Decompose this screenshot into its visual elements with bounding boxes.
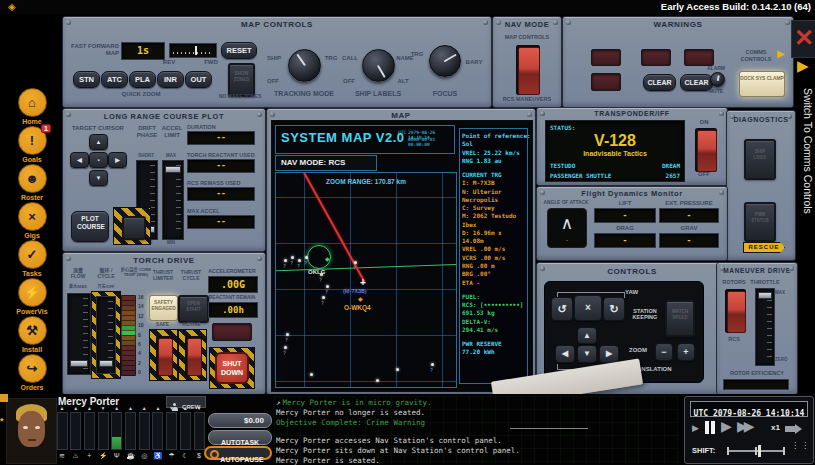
translate-right-button[interactable]: ▶ xyxy=(599,345,619,363)
safe-switch[interactable] xyxy=(156,336,173,376)
rotors-switch[interactable] xyxy=(725,289,746,333)
dock-sys-clamp-button[interactable]: DOCK SYS CLAMP xyxy=(739,71,785,97)
flow-label: 流量 FLOW xyxy=(65,267,91,279)
cycle-slider-guard xyxy=(91,291,121,379)
safety-engaged-button[interactable]: SAFETY ENGAGED xyxy=(149,295,178,321)
event-log: ↗Mercy Porter is in micro gravity.Mercy … xyxy=(274,396,678,464)
cursor-up-button[interactable]: ▲ xyxy=(89,134,108,150)
sidebar-item-powervis[interactable]: ⚡PowerVis xyxy=(10,278,54,315)
step-button[interactable]: ▶ xyxy=(692,423,699,433)
zoom-in-button[interactable]: + xyxy=(677,343,695,361)
utc-clock: UTC 2079-08-26 14:10:14 xyxy=(690,401,808,417)
sidebar-item-roster[interactable]: ☻Roster xyxy=(10,164,54,201)
model-readout: DREAM xyxy=(662,162,680,169)
plot-course-button[interactable]: PLOT COURSE xyxy=(71,211,109,242)
fast-forward-button[interactable]: ▶▶ xyxy=(737,418,751,434)
slider-handle[interactable] xyxy=(195,46,197,55)
map-view[interactable]: ZOOM RANGE: 170.87 km ◆ OKLG + (M-7X3B) … xyxy=(275,172,457,388)
quick-zoom-out-button[interactable]: OUT xyxy=(185,71,212,88)
focus-label: FOCUS xyxy=(415,90,475,98)
cursor-right-button[interactable]: ▶ xyxy=(108,152,127,168)
map-title-box: SYSTEM MAP V2.0 UTC 2079-08-26 14:10:14 … xyxy=(275,125,455,154)
station-keeping-button[interactable]: MATCHSPEED xyxy=(665,300,695,337)
log-text: Objective Complete: Crime Warning xyxy=(276,418,425,427)
ship-logs-button[interactable]: SHIP LOGS xyxy=(744,139,776,180)
ship-labels-label: SHIP LABELS xyxy=(335,90,421,98)
sidebar-item-tasks[interactable]: ✓Tasks xyxy=(10,240,54,277)
tracking-mode-knob[interactable] xyxy=(288,49,321,82)
cursor-center-button[interactable]: ▪ xyxy=(89,152,108,168)
autopause-button[interactable]: AUTOPAUSE xyxy=(204,446,272,460)
stat-sleep: ▲☾ xyxy=(179,405,191,463)
flow-slider[interactable] xyxy=(67,293,91,375)
thrust-cycle-button[interactable]: OPENSTART xyxy=(178,295,209,323)
sidebar-item-install[interactable]: ⚒Install xyxy=(10,316,54,353)
log-icon: ↗ xyxy=(276,398,281,407)
info-line: Necropolis xyxy=(462,196,525,204)
translate-left-button[interactable]: ◀ xyxy=(555,345,575,363)
yaw-cw-button[interactable]: ↻ xyxy=(603,297,625,321)
pwr-status-button[interactable]: PWR STATUS xyxy=(744,202,776,242)
menu-icon[interactable] xyxy=(0,394,8,402)
play-button[interactable]: ▶ xyxy=(721,418,732,434)
stat-bar xyxy=(57,412,68,450)
quick-zoom-inr-button[interactable]: INR xyxy=(157,71,184,88)
alarm-mute-knob[interactable] xyxy=(710,72,725,87)
info-line: VCRS .00 m/s xyxy=(462,254,525,262)
safe-switch-guard xyxy=(149,329,178,381)
sidebar-item-gigs[interactable]: ×Gigs xyxy=(10,202,54,239)
shutdown-button[interactable]: SHUT DOWN xyxy=(215,352,249,384)
cursor-down-button[interactable]: ▼ xyxy=(89,170,108,186)
shift-handle[interactable] xyxy=(758,445,761,457)
reset-button[interactable]: RESET xyxy=(221,42,257,59)
skip-button[interactable] xyxy=(785,424,805,434)
stat-bar xyxy=(166,412,177,450)
cursor-left-button[interactable]: ◀ xyxy=(70,152,89,168)
roster-icon: ☻ xyxy=(18,164,47,193)
translate-down-button[interactable]: ▼ xyxy=(577,345,597,363)
map-contact-dot xyxy=(305,256,308,259)
quick-zoom-atc-button[interactable]: ATC xyxy=(101,71,128,88)
trend-up-icon: ▲ xyxy=(56,405,68,411)
close-button[interactable]: ✕ xyxy=(791,20,815,58)
aoa-label: ANGLE OF ATTACK xyxy=(542,200,590,206)
quick-zoom-stn-button[interactable]: STN xyxy=(73,71,100,88)
time-panel: UTC 2079-08-26 14:10:14 ▶ ▶ ▶▶ x1 SHIFT: xyxy=(684,396,814,464)
shift-slider[interactable] xyxy=(727,443,785,457)
temperature-icon: + xyxy=(83,451,95,460)
zoom-out-button[interactable]: − xyxy=(655,343,673,361)
drift-phase-label: DRIFT PHASE xyxy=(134,125,160,139)
nav-mode-panel: NAV MODE MAP CONTROLS RCS MANEUVERS xyxy=(492,16,562,108)
nav-mode-switch[interactable] xyxy=(516,45,540,95)
yaw-ccw-button[interactable]: ↺ xyxy=(551,297,573,321)
thrust-cycle-label: THRUST CYCLE xyxy=(177,269,205,281)
accel-limit-slider[interactable] xyxy=(162,160,184,240)
cycle-slider[interactable] xyxy=(96,296,116,374)
switch-to-comms-tab[interactable]: Switch To Comms Controls xyxy=(797,88,814,268)
quick-zoom-pla-button[interactable]: PLA xyxy=(129,71,156,88)
sidebar-item-goals[interactable]: !Goals1 xyxy=(10,126,54,163)
no-wake-zones-button[interactable]: SHOWZONES xyxy=(228,63,255,97)
crew-portrait[interactable] xyxy=(6,398,57,464)
nav-mode-readout: NAV MODE: RCS xyxy=(281,158,345,167)
fast-forward-slider[interactable] xyxy=(169,43,217,58)
pause-button[interactable] xyxy=(705,421,716,434)
money-button[interactable]: $0.00 xyxy=(208,413,272,428)
autotask-button[interactable]: AUTOTASK xyxy=(208,430,272,445)
course-commit-button[interactable] xyxy=(122,216,146,240)
active-switch[interactable] xyxy=(185,336,202,376)
warning-lamp xyxy=(684,49,714,66)
yaw-kill-button[interactable]: × xyxy=(574,295,602,321)
mute-label: MUTE xyxy=(703,88,729,94)
ship-labels-knob[interactable] xyxy=(362,49,395,82)
throttle-slider[interactable] xyxy=(755,288,775,366)
translate-up-button[interactable]: ▲ xyxy=(577,327,597,344)
sidebar-item-orders[interactable]: ↪Orders xyxy=(10,354,54,391)
stat-bar xyxy=(152,412,163,450)
clear-button[interactable]: CLEAR xyxy=(643,74,676,91)
transponder-switch[interactable] xyxy=(695,128,717,172)
stat-food: ▲Ψ xyxy=(111,405,123,463)
focus-knob[interactable] xyxy=(429,45,461,77)
sidebar-item-home[interactable]: ⌂Home xyxy=(10,88,54,125)
close-icon: ✕ xyxy=(794,24,814,51)
